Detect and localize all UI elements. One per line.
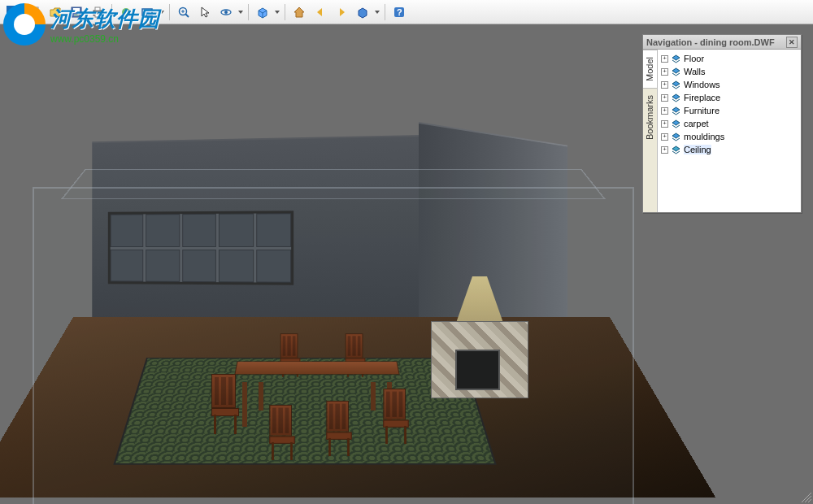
tree-item-fireplace[interactable]: +Fireplace [659, 91, 799, 104]
svg-rect-4 [73, 8, 80, 12]
pan-dropdown[interactable] [159, 11, 165, 14]
print-icon[interactable] [88, 2, 107, 22]
svg-text:?: ? [397, 7, 402, 17]
tree-item-label: Floor [684, 54, 704, 63]
expand-icon[interactable]: + [661, 107, 668, 115]
tree-item-floor[interactable]: +Floor [659, 52, 799, 65]
svg-point-18 [224, 11, 228, 14]
svg-line-22 [805, 496, 811, 502]
tree-item-label: mouldings [684, 132, 724, 141]
expand-icon[interactable]: + [661, 133, 668, 141]
tree-item-mouldings[interactable]: +mouldings [659, 130, 799, 143]
svg-line-14 [185, 14, 189, 17]
navigation-title-bar[interactable]: Navigation - dining room.DWF ✕ [643, 35, 801, 50]
tree-item-windows[interactable]: +Windows [659, 78, 799, 91]
box-icon[interactable] [253, 2, 272, 22]
tree-item-furniture[interactable]: +Furniture [659, 104, 799, 117]
navigation-title: Navigation - dining room.DWF [646, 37, 775, 47]
layer-icon [671, 119, 681, 129]
pan-icon[interactable] [137, 2, 157, 22]
tree-item-label: Fireplace [684, 93, 720, 102]
zoom-icon[interactable] [174, 2, 193, 22]
model-tree: +Floor+Walls+Windows+Fireplace+Furniture… [658, 50, 801, 212]
close-icon[interactable]: ✕ [786, 37, 798, 48]
tree-item-label: Furniture [684, 106, 720, 115]
svg-point-10 [124, 11, 128, 14]
svg-rect-12 [145, 11, 150, 14]
toolbar-separator [385, 4, 385, 20]
svg-text:a: a [10, 7, 16, 19]
svg-line-23 [808, 499, 811, 502]
main-toolbar: a ? [0, 0, 813, 24]
layer-icon [671, 54, 681, 64]
model-dropdown[interactable] [374, 11, 380, 14]
tree-item-label: Walls [684, 67, 705, 76]
model-icon[interactable] [353, 2, 372, 22]
tree-item-carpet[interactable]: +carpet [659, 117, 799, 130]
svg-rect-8 [95, 14, 100, 17]
layer-icon [671, 106, 681, 116]
orbit-icon[interactable] [216, 2, 236, 22]
back-icon[interactable] [311, 2, 330, 22]
svg-rect-7 [95, 7, 100, 11]
pointer-icon[interactable] [195, 2, 215, 22]
navigation-panel: Navigation - dining room.DWF ✕ Model Boo… [642, 34, 802, 213]
expand-icon[interactable]: + [661, 94, 668, 102]
help-icon[interactable]: ? [389, 2, 409, 22]
room-model [16, 89, 650, 496]
expand-icon[interactable]: + [661, 120, 668, 128]
tree-item-walls[interactable]: +Walls [659, 65, 799, 78]
save-icon[interactable] [67, 2, 86, 22]
layer-icon [671, 93, 681, 103]
navigation-tabs: Model Bookmarks [643, 50, 658, 212]
layer-icon [671, 145, 681, 155]
orbit-dropdown[interactable] [237, 11, 244, 14]
layer-icon [671, 67, 681, 77]
expand-icon[interactable]: + [661, 146, 668, 154]
resize-handle-icon[interactable] [800, 491, 811, 502]
toolbar-separator [285, 4, 285, 20]
layer-icon [671, 132, 681, 142]
tab-model[interactable]: Model [643, 50, 657, 88]
toolbar-separator [169, 4, 170, 20]
expand-icon[interactable]: + [661, 68, 668, 76]
tree-item-label: carpet [684, 119, 709, 128]
forward-icon[interactable] [332, 2, 351, 22]
app-logo: a [3, 2, 23, 22]
tree-item-ceiling[interactable]: +Ceiling [659, 143, 799, 156]
toolbar-separator [248, 4, 249, 20]
new-icon[interactable] [24, 2, 44, 22]
open-icon[interactable] [46, 2, 65, 22]
home-icon[interactable] [289, 2, 309, 22]
room-outline [33, 187, 634, 504]
tab-bookmarks[interactable]: Bookmarks [643, 88, 657, 146]
layer-icon [671, 80, 681, 90]
tree-item-label: Ceiling [684, 145, 711, 154]
svg-rect-5 [74, 14, 79, 16]
tree-item-label: Windows [684, 80, 720, 89]
select-icon[interactable] [116, 2, 136, 22]
expand-icon[interactable]: + [661, 55, 668, 63]
toolbar-separator [111, 4, 112, 20]
expand-icon[interactable]: + [661, 81, 668, 89]
box-dropdown[interactable] [274, 11, 280, 14]
